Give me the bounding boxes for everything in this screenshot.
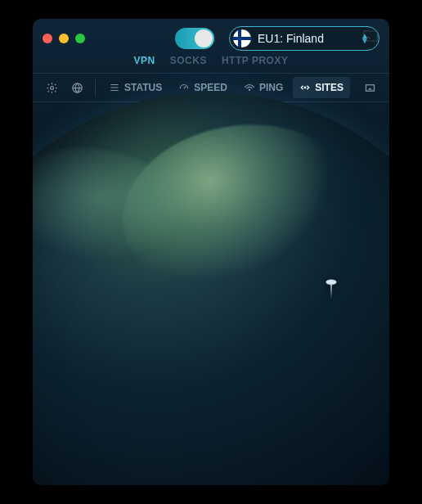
location-selector[interactable]: EU1: Finland ▲▼	[229, 26, 379, 51]
nav-ping-label: PING	[259, 82, 283, 93]
svg-rect-2	[238, 29, 241, 47]
nav-status-label: STATUS	[124, 82, 162, 93]
svg-line-10	[184, 86, 186, 88]
expand-icon[interactable]	[359, 77, 381, 99]
app-window: EU1: Finland ▲▼ VPN SOCKS HTTP PROXY STA…	[33, 19, 389, 485]
connection-toggle[interactable]	[175, 28, 214, 49]
flag-icon	[233, 29, 251, 47]
nav-sites[interactable]: SITES	[293, 77, 350, 98]
close-window-button[interactable]	[43, 34, 52, 43]
cast-icon[interactable]	[363, 30, 378, 45]
svg-point-12	[304, 87, 306, 88]
toggle-knob	[195, 29, 213, 47]
svg-rect-1	[233, 37, 251, 40]
nav-speed-label: SPEED	[194, 82, 227, 93]
svg-rect-4	[364, 31, 378, 41]
globe-icon[interactable]	[66, 77, 88, 99]
minimize-window-button[interactable]	[59, 34, 69, 43]
location-pin-icon	[322, 277, 340, 305]
svg-point-11	[249, 89, 249, 90]
titlebar: EU1: Finland ▲▼	[33, 19, 389, 58]
maximize-window-button[interactable]	[75, 34, 85, 43]
nav-sites-label: SITES	[315, 82, 343, 93]
divider	[95, 79, 96, 96]
svg-point-5	[51, 86, 54, 89]
window-controls	[43, 34, 85, 43]
settings-icon[interactable]	[41, 77, 63, 99]
nav-status[interactable]: STATUS	[102, 77, 168, 98]
location-label: EU1: Finland	[258, 32, 324, 45]
